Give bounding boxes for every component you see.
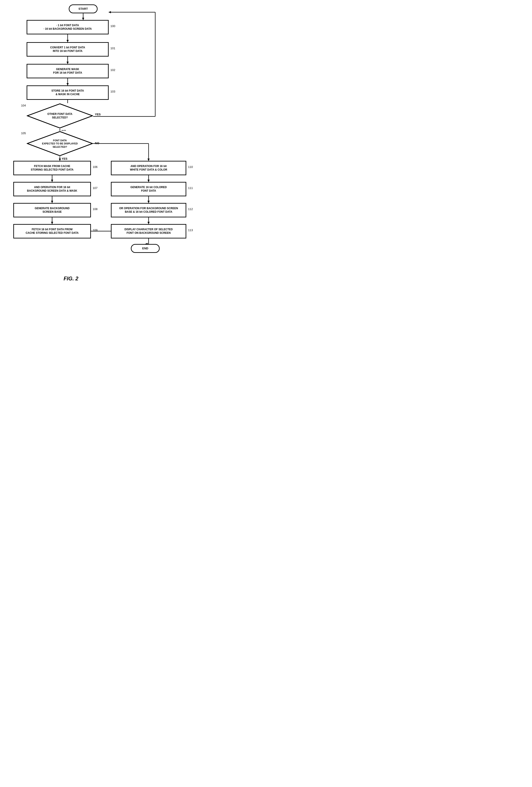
label-108: 108 <box>93 207 98 211</box>
svg-marker-23 <box>51 180 53 182</box>
label-102: 102 <box>110 68 115 72</box>
end-node: END <box>131 244 159 253</box>
label-107: 107 <box>93 186 98 190</box>
label-101: 101 <box>110 47 115 50</box>
box-109: FETCH 16 bit FONT DATA FROM CACHE STORIN… <box>13 224 91 238</box>
box-100: · 1 bit FONT DATA · 16 bit BACKGROUND SC… <box>27 20 109 35</box>
box-108: GENERATE BACKGROUND SCREEN BASE <box>13 203 91 217</box>
flowchart-diagram: START · 1 bit FONT DATA · 16 bit BACKGRO… <box>0 0 199 284</box>
box-107: AND OPERATION FOR 16 bit BACKGROUND SCRE… <box>13 182 91 196</box>
svg-marker-5 <box>66 62 69 64</box>
label-111: 111 <box>188 186 193 190</box>
box-113: DISPLAY CHARACTER OF SELECTED FONT ON BA… <box>111 224 186 238</box>
box-101: CONVERT 1 bit FONT DATA INTO 16 bit FONT… <box>27 42 109 57</box>
label-104: 104 <box>21 104 26 107</box>
box-110: AND OPERATION FOR 16 bit WHITE FONT DATA… <box>111 161 186 175</box>
box-112: OR OPERATION FOR BACKGROUND SCREEN BASE … <box>111 203 186 217</box>
svg-marker-7 <box>66 83 69 85</box>
svg-marker-32 <box>147 201 150 203</box>
no-label-105: NO <box>95 142 99 145</box>
svg-marker-19 <box>147 158 150 161</box>
box-102: GENERATE MASK FOR 16 bit FONT DATA <box>27 64 109 78</box>
svg-marker-14 <box>109 11 111 13</box>
label-100: 100 <box>110 24 115 28</box>
svg-marker-30 <box>147 180 150 182</box>
svg-marker-34 <box>147 222 150 224</box>
box-103: STORE 16 bit FONT DATA & MASK IN CACHE <box>27 85 109 100</box>
diamond-105: FONT DATAEXPECTED TO BE DISPLAYEDSELECTE… <box>27 131 93 156</box>
start-node: START <box>69 4 98 13</box>
label-109: 109 <box>93 229 98 232</box>
svg-marker-27 <box>51 222 53 224</box>
diamond-104: OTHER FONT DATASELECTED? <box>27 103 93 129</box>
label-113: 113 <box>188 229 193 232</box>
label-110: 110 <box>188 165 193 169</box>
yes-label-105: YES <box>62 157 67 161</box>
svg-marker-1 <box>82 18 84 20</box>
box-111: GENERATE 16 bit COLORED FONT DATA <box>111 182 186 196</box>
label-103: 103 <box>110 90 115 93</box>
label-105: 105 <box>21 131 26 135</box>
yes-label-104: YES <box>95 113 101 116</box>
figure-label: FIG. 2 <box>64 276 79 282</box>
svg-marker-21 <box>59 158 61 161</box>
box-106: FETCH MASK FROM CACHE STORING SELECTED F… <box>13 161 91 175</box>
label-106: 106 <box>93 165 98 169</box>
svg-marker-25 <box>51 201 53 203</box>
label-112: 112 <box>188 207 193 211</box>
svg-marker-3 <box>66 40 69 42</box>
